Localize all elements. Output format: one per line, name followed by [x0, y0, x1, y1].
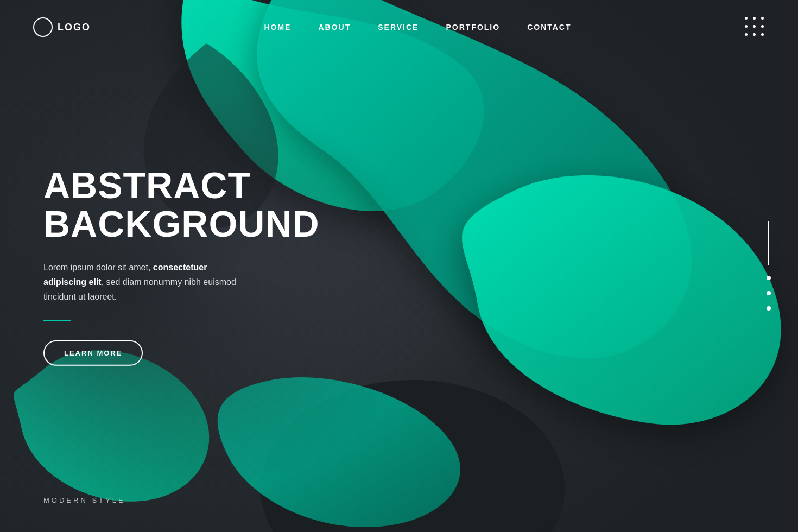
indicator-dot-2[interactable] — [767, 291, 771, 295]
hero-title-line1: ABSTRACT — [43, 164, 251, 206]
dot-8 — [753, 33, 756, 36]
dot-5 — [753, 25, 756, 28]
hero-content: ABSTRACT BACKGROUND Lorem ipsum dolor si… — [43, 166, 271, 366]
nav-links: HOME ABOUT SERVICE PORTFOLIO CONTACT — [264, 23, 571, 31]
bottom-tagline: MODERN STYLE — [43, 495, 125, 505]
hero-title: ABSTRACT BACKGROUND — [43, 166, 271, 244]
logo-text: LOGO — [58, 22, 91, 33]
nav-service[interactable]: SERVICE — [378, 23, 419, 31]
logo-container: LOGO — [33, 17, 91, 37]
nav-right-icons — [745, 17, 765, 37]
dot-3 — [761, 17, 764, 20]
dot-6 — [761, 25, 764, 28]
scroll-line — [768, 221, 769, 265]
nav-about[interactable]: ABOUT — [318, 23, 351, 31]
nav-contact[interactable]: CONTACT — [527, 23, 571, 31]
learn-more-button[interactable]: LEARN MORE — [43, 340, 143, 366]
navbar: LOGO HOME ABOUT SERVICE PORTFOLIO CONTAC… — [0, 0, 798, 54]
hero-title-line2: BACKGROUND — [43, 203, 320, 244]
nav-portfolio[interactable]: PORTFOLIO — [446, 23, 500, 31]
scroll-indicators — [767, 221, 771, 311]
dot-2 — [753, 17, 756, 20]
dot-7 — [745, 33, 748, 36]
indicator-dot-3[interactable] — [767, 306, 771, 311]
dot-1 — [745, 17, 748, 20]
hero-description: Lorem ipsum dolor sit amet, consectetuer… — [43, 260, 244, 305]
dot-9 — [761, 33, 764, 36]
logo-icon — [33, 17, 53, 37]
svg-point-3 — [34, 18, 52, 36]
nav-home[interactable]: HOME — [264, 23, 291, 31]
dots-menu-icon[interactable] — [745, 17, 765, 37]
divider-line — [43, 320, 71, 321]
dot-4 — [745, 25, 748, 28]
page-container: LOGO HOME ABOUT SERVICE PORTFOLIO CONTAC… — [0, 0, 798, 532]
indicator-dot-1[interactable] — [767, 276, 771, 280]
modern-style-text: MODERN STYLE — [43, 496, 125, 504]
